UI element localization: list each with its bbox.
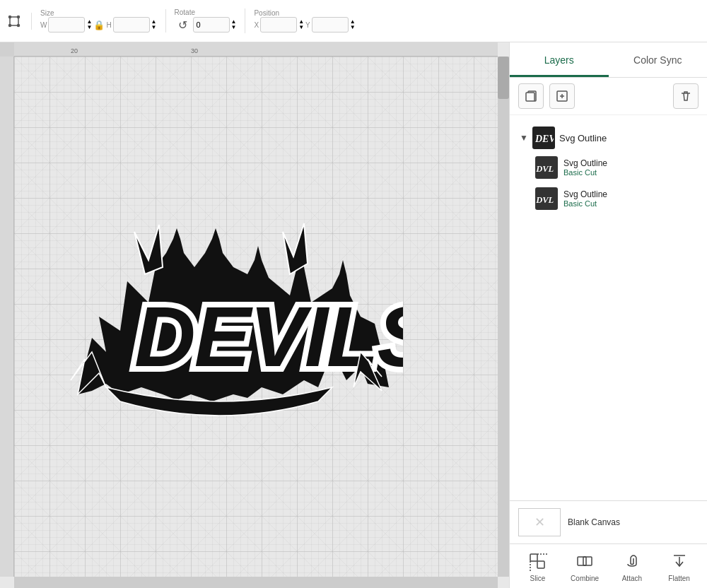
layer-group-svg-outline: ▼ DEV Svg Outline DVL [510,121,707,217]
lock-icon: 🔒 [93,20,105,30]
ruler-corner [0,42,14,57]
rotate-ccw-button[interactable]: ↺ [175,16,192,33]
panel-bottom-toolbar: Slice Combine Attach [510,543,707,588]
combine-icon [573,550,596,572]
layer-children: DVL Svg Outline Basic Cut DVL [530,152,701,214]
toolbar-rotate-group: Rotate ↺ ▲ ▼ [175,8,246,33]
pos-y-stepper[interactable]: ▲ ▼ [350,19,356,30]
ruler-left [0,57,14,577]
ruler-mark-20: 20 [71,47,78,54]
layer-item-1-thumb: DVL [535,156,558,179]
svg-point-3 [9,24,11,26]
slice-label: Slice [530,575,546,582]
flatten-label: Flatten [668,575,690,582]
flatten-tool[interactable]: Flatten [660,550,699,582]
rotate-stepper[interactable]: ▲ ▼ [231,19,237,30]
layer-group-name: Svg Outline [559,133,607,143]
copy-layer-button[interactable] [518,83,544,109]
size-h-input[interactable] [113,17,150,33]
rotate-label: Rotate [175,8,195,16]
svg-rect-19 [578,557,586,565]
toolbar-transform-group [6,13,32,30]
delete-layer-button[interactable] [673,83,699,109]
slice-icon [526,550,549,572]
size-label: Size [40,9,54,17]
svg-text:DEV: DEV [534,134,554,144]
size-w-stepper[interactable]: ▲ ▼ [86,19,92,30]
layer-item-1[interactable]: DVL Svg Outline Basic Cut [530,152,701,183]
attach-icon [621,550,643,572]
attach-tool[interactable]: Attach [612,550,651,582]
layer-item-2-sub: Basic Cut [563,199,607,208]
main-area: 20 30 DEVILS [0,42,707,588]
rotate-input[interactable] [193,17,230,33]
tab-color-sync[interactable]: Color Sync [609,42,708,77]
pos-x-input[interactable] [260,17,297,33]
devils-artwork[interactable]: DEVILS DEVILS DEVILS [35,211,403,423]
scrollbar-bottom[interactable] [14,577,498,588]
size-h-stepper[interactable]: ▲ ▼ [151,19,157,30]
tab-layers[interactable]: Layers [510,42,609,77]
layer-item-2-name: Svg Outline [563,189,607,199]
size-w-input[interactable] [48,17,85,33]
toolbar-size-group: Size W ▲ ▼ 🔒 H ▲ ▼ [40,9,166,33]
add-layer-button[interactable] [549,83,575,109]
layer-group-header[interactable]: ▼ DEV Svg Outline [515,124,701,152]
pos-x-stepper[interactable]: ▲ ▼ [298,19,304,30]
svg-text:DVL: DVL [535,195,554,205]
svg-rect-20 [583,557,592,565]
layer-item-1-info: Svg Outline Basic Cut [563,158,607,177]
ruler-top: 20 30 [0,42,498,57]
canvas-area[interactable]: 20 30 DEVILS [0,42,509,588]
svg-point-2 [18,16,20,18]
right-panel: Layers Color Sync [509,42,707,588]
svg-point-1 [9,16,11,18]
layer-group-thumb: DEV [532,127,555,149]
size-w-label: W [40,21,47,29]
ruler-mark-30: 30 [191,47,198,54]
size-h-label: H [106,21,111,29]
toolbar-position-group: Position X ▲ ▼ Y ▲ ▼ [254,9,363,33]
pos-y-input[interactable] [312,17,349,33]
layers-list[interactable]: ▼ DEV Svg Outline DVL [510,115,707,500]
layer-item-1-name: Svg Outline [563,158,607,168]
svg-rect-8 [526,93,534,101]
panel-toolbar [510,78,707,115]
svg-text:DVL: DVL [535,164,554,174]
rotate-inputs: Rotate ↺ ▲ ▼ [175,8,237,33]
layer-item-2-info: Svg Outline Basic Cut [563,189,607,208]
transform-icon[interactable] [6,13,23,30]
combine-label: Combine [571,575,599,582]
flatten-icon [668,550,691,572]
main-toolbar: Size W ▲ ▼ 🔒 H ▲ ▼ Rotate [0,0,707,42]
layer-item-2[interactable]: DVL Svg Outline Basic Cut [530,183,701,214]
attach-label: Attach [622,575,642,582]
scrollbar-right-thumb[interactable] [498,57,509,99]
position-label: Position [254,9,279,17]
svg-rect-0 [10,17,18,25]
size-inputs: Size W ▲ ▼ 🔒 H ▲ ▼ [40,9,157,33]
pos-y-label: Y [305,21,310,29]
slice-tool[interactable]: Slice [518,550,557,582]
chevron-down-icon: ▼ [520,133,528,143]
svg-rect-15 [530,554,537,561]
combine-tool[interactable]: Combine [566,550,604,582]
canvas-x-icon: ✕ [534,514,545,530]
svg-rect-16 [537,561,544,568]
svg-point-4 [18,24,20,26]
scrollbar-right[interactable] [498,57,509,577]
canvas-thumb-area: ✕ Blank Canvas [510,500,707,543]
canvas-thumbnail: ✕ [518,508,561,536]
layer-item-1-sub: Basic Cut [563,168,607,177]
pos-x-label: X [254,21,259,29]
canvas-thumb-label: Blank Canvas [568,517,620,527]
position-inputs: Position X ▲ ▼ Y ▲ ▼ [254,9,355,33]
layer-item-2-thumb: DVL [535,187,558,210]
grid-canvas[interactable]: DEVILS DEVILS DEVILS [14,57,498,577]
panel-tabs: Layers Color Sync [510,42,707,78]
